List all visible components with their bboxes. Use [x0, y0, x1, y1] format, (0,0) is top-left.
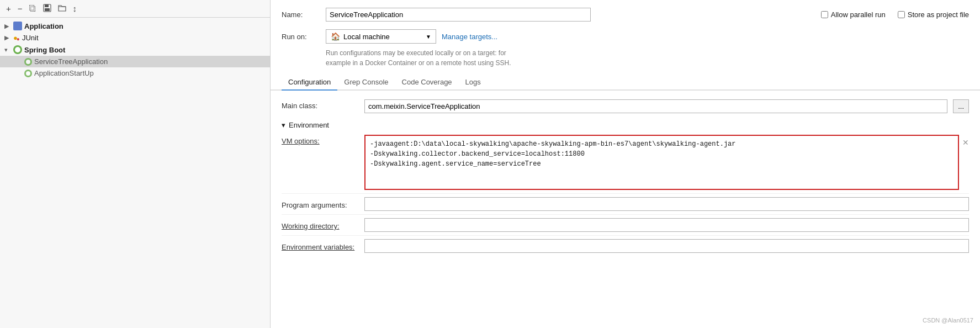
house-icon: 🏠	[331, 32, 340, 41]
vm-options-input[interactable]	[364, 135, 959, 190]
tabs-bar: Configuration Grep Console Code Coverage…	[271, 75, 980, 91]
working-dir-input[interactable]	[364, 218, 969, 232]
tab-logs[interactable]: Logs	[459, 75, 488, 91]
vm-options-clear-button[interactable]: ✕	[962, 135, 969, 190]
tree-item-application[interactable]: ▶ Application	[0, 20, 270, 32]
manage-targets-link[interactable]: Manage targets...	[442, 33, 497, 41]
tree: ▶ Application ▶ ● ● JUnit ▾ Spring Boot	[0, 18, 270, 328]
tree-item-junit[interactable]: ▶ ● ● JUnit	[0, 32, 270, 44]
store-project-checkbox-item: Store as project file	[898, 10, 969, 19]
hint-text: Run configurations may be executed local…	[271, 47, 980, 72]
vm-options-row: VM options: ✕	[282, 131, 969, 193]
config-section: Main class: ... ▾ Environment VM options…	[271, 91, 980, 328]
store-project-label: Store as project file	[908, 10, 969, 19]
servicetreeapp-label: ServiceTreeApplication	[34, 57, 108, 66]
env-header-label: Environment	[289, 121, 329, 129]
folder-button[interactable]	[56, 3, 68, 14]
vm-options-container: ✕	[364, 135, 969, 190]
main-class-label: Main class:	[282, 99, 359, 110]
tree-item-appstartup[interactable]: ApplicationStartUp	[0, 67, 270, 79]
store-project-checkbox[interactable]	[898, 11, 905, 18]
dropdown-chevron-icon: ▼	[426, 34, 431, 40]
name-input[interactable]	[326, 8, 591, 22]
env-header[interactable]: ▾ Environment	[282, 119, 969, 131]
svg-rect-1	[45, 4, 49, 7]
appstartup-icon	[24, 70, 32, 77]
junit-label: JUnit	[22, 34, 39, 42]
junit-icon: ● ●	[13, 34, 20, 42]
springboot-icon	[13, 45, 22, 54]
chevron-junit: ▶	[4, 34, 11, 41]
servicetreeapp-icon	[24, 58, 32, 66]
sort-button[interactable]: ↕	[71, 3, 79, 14]
env-vars-label: Environment variables:	[282, 241, 359, 251]
application-label: Application	[24, 22, 63, 30]
allow-parallel-label: Allow parallel run	[831, 10, 886, 19]
application-icon	[13, 22, 22, 30]
run-on-label: Run on:	[282, 33, 320, 41]
left-panel: + − ⿻ ↕ ▶	[0, 0, 271, 328]
copy-button[interactable]: ⿻	[28, 4, 38, 13]
allow-parallel-checkbox[interactable]	[821, 11, 828, 18]
add-button[interactable]: +	[4, 3, 13, 14]
working-dir-row: Working directory:	[282, 214, 969, 235]
allow-parallel-checkbox-item: Allow parallel run	[821, 10, 886, 19]
toolbar: + − ⿻ ↕	[0, 0, 270, 18]
hint-line1: Run configurations may be executed local…	[326, 49, 506, 57]
program-args-input[interactable]	[364, 197, 969, 211]
tab-grep-console[interactable]: Grep Console	[337, 75, 395, 91]
environment-section: ▾ Environment VM options: ✕ Program argu…	[282, 119, 969, 256]
name-label: Name:	[282, 10, 320, 19]
chevron-application: ▶	[4, 23, 11, 30]
name-row: Name: Allow parallel run Store as projec…	[271, 0, 980, 26]
env-vars-input[interactable]	[364, 239, 969, 253]
vm-options-label: VM options:	[282, 135, 359, 145]
right-panel: Name: Allow parallel run Store as projec…	[271, 0, 980, 328]
appstartup-label: ApplicationStartUp	[34, 69, 94, 77]
watermark: CSDN @Alan0517	[923, 317, 973, 324]
save-button[interactable]	[41, 3, 53, 14]
chevron-springboot: ▾	[4, 46, 11, 54]
run-on-dropdown[interactable]: 🏠 Local machine ▼	[326, 29, 436, 44]
tree-item-servicetreeapp[interactable]: ServiceTreeApplication	[0, 56, 270, 67]
springboot-label: Spring Boot	[24, 46, 65, 54]
main-class-input[interactable]	[364, 99, 947, 113]
tree-item-springboot[interactable]: ▾ Spring Boot	[0, 44, 270, 56]
ellipsis-button[interactable]: ...	[953, 99, 969, 113]
checkbox-group: Allow parallel run Store as project file	[821, 10, 969, 19]
hint-line2: example in a Docker Container or on a re…	[326, 59, 511, 67]
tab-code-coverage[interactable]: Code Coverage	[395, 75, 459, 91]
working-dir-label: Working directory:	[282, 220, 359, 230]
main-class-row: Main class: ...	[282, 96, 969, 117]
run-on-machine-label: Local machine	[343, 33, 390, 41]
env-collapse-icon: ▾	[282, 121, 285, 129]
tab-configuration[interactable]: Configuration	[282, 75, 337, 91]
svg-rect-2	[45, 8, 50, 11]
program-args-row: Program arguments:	[282, 193, 969, 214]
remove-button[interactable]: −	[16, 3, 24, 14]
env-vars-row: Environment variables:	[282, 235, 969, 256]
program-args-label: Program arguments:	[282, 199, 359, 209]
run-on-row: Run on: 🏠 Local machine ▼ Manage targets…	[271, 26, 980, 47]
